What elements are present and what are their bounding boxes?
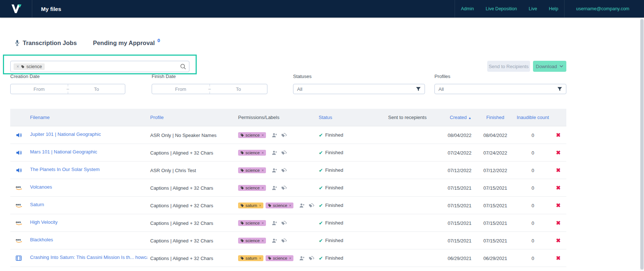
remove-label-icon[interactable]: × bbox=[259, 256, 261, 260]
remove-label-icon[interactable]: × bbox=[262, 133, 264, 137]
label-chip[interactable]: science× bbox=[238, 220, 266, 226]
download-button[interactable]: Download bbox=[533, 61, 566, 72]
created-date-cell: 07/12/2022 bbox=[448, 168, 471, 173]
tag-icon bbox=[240, 204, 244, 207]
filename-link[interactable]: Volcanoes bbox=[30, 184, 52, 190]
profile-cell: ASR Only | No Speaker Names bbox=[150, 133, 216, 138]
remove-label-icon[interactable]: × bbox=[289, 256, 291, 260]
creation-date-to-field[interactable]: To bbox=[68, 86, 125, 92]
send-to-recipients-button[interactable]: Send to Recipients bbox=[487, 61, 530, 72]
inaudible-count-cell: 0 bbox=[532, 168, 534, 173]
status-cell: Finished bbox=[325, 203, 343, 208]
header-finished[interactable]: Finished bbox=[475, 115, 515, 120]
profile-cell: Captions | Aligned + 32 Chars bbox=[150, 220, 213, 226]
label-chip[interactable]: science× bbox=[266, 255, 293, 261]
label-chip[interactable]: saturn× bbox=[238, 255, 263, 261]
filename-link[interactable]: Saturn bbox=[30, 202, 44, 207]
microphone-icon bbox=[15, 40, 20, 47]
label-chip[interactable]: saturn× bbox=[238, 203, 263, 208]
nav-link-live[interactable]: Live bbox=[529, 6, 537, 11]
label-chip[interactable]: science× bbox=[238, 132, 266, 138]
nav-link-live-deposition[interactable]: Live Deposition bbox=[486, 6, 517, 11]
label-chip[interactable]: science× bbox=[238, 150, 266, 156]
assign-user-icon[interactable] bbox=[272, 238, 277, 243]
creation-date-range-input[interactable]: From – To bbox=[10, 84, 125, 94]
search-icon[interactable] bbox=[180, 63, 186, 70]
labels-tags-icon[interactable] bbox=[308, 203, 314, 208]
delete-job-icon[interactable]: ✖ bbox=[556, 149, 561, 156]
statuses-select[interactable]: All bbox=[293, 84, 425, 94]
nav-link-help[interactable]: Help bbox=[549, 6, 558, 11]
remove-label-icon[interactable]: × bbox=[262, 151, 264, 155]
remove-label-icon[interactable]: × bbox=[262, 238, 264, 243]
remove-label-icon[interactable]: × bbox=[262, 221, 264, 225]
header-filename[interactable]: Filename bbox=[27, 115, 147, 120]
svg-text:aws: aws bbox=[16, 220, 21, 224]
filename-link[interactable]: Crashing Into Saturn: This Cassini Missi… bbox=[30, 255, 147, 260]
filename-link[interactable]: High Velocity bbox=[30, 219, 58, 225]
labels-tags-icon[interactable] bbox=[281, 238, 287, 243]
remove-label-icon[interactable]: × bbox=[262, 186, 264, 190]
assign-user-icon[interactable] bbox=[272, 150, 277, 155]
delete-job-icon[interactable]: ✖ bbox=[556, 167, 561, 173]
label-chip[interactable]: science× bbox=[238, 167, 266, 173]
tab-pending-my-approval[interactable]: Pending my Approval 0 bbox=[93, 40, 160, 47]
permissions-labels-cell: science× bbox=[235, 220, 316, 226]
labels-tags-icon[interactable] bbox=[281, 185, 287, 190]
user-email-menu[interactable]: username@company.com bbox=[576, 6, 629, 11]
remove-label-icon[interactable]: × bbox=[259, 203, 261, 208]
tab-transcription-jobs[interactable]: Transcription Jobs bbox=[15, 40, 77, 47]
header-profile[interactable]: Profile bbox=[147, 115, 235, 120]
status-cell: Finished bbox=[325, 150, 343, 155]
filter-funnel-icon[interactable] bbox=[557, 86, 562, 92]
delete-job-icon[interactable]: ✖ bbox=[556, 255, 561, 261]
delete-job-icon[interactable]: ✖ bbox=[556, 132, 561, 138]
delete-job-icon[interactable]: ✖ bbox=[556, 220, 561, 226]
assign-user-icon[interactable] bbox=[272, 185, 277, 190]
status-cell: Finished bbox=[325, 185, 343, 190]
labels-tags-icon[interactable] bbox=[281, 150, 287, 155]
filename-link[interactable]: Blackholes bbox=[30, 237, 53, 242]
status-cell: Finished bbox=[325, 220, 343, 226]
remove-search-tag-icon[interactable]: × bbox=[16, 64, 19, 69]
labels-tags-icon[interactable] bbox=[281, 220, 287, 226]
finish-date-to-field[interactable]: To bbox=[210, 86, 267, 92]
creation-date-from-field[interactable]: From bbox=[11, 86, 68, 92]
finished-check-icon: ✔ bbox=[319, 220, 323, 226]
remove-label-icon[interactable]: × bbox=[262, 168, 264, 172]
finish-date-range-input[interactable]: From – To bbox=[152, 84, 267, 94]
labels-tags-icon[interactable] bbox=[281, 168, 287, 173]
search-tag-chip[interactable]: × science bbox=[14, 63, 45, 70]
filter-funnel-icon[interactable] bbox=[416, 86, 421, 92]
assign-user-icon[interactable] bbox=[272, 220, 277, 226]
filename-link[interactable]: The Planets In Our Solar System bbox=[30, 167, 100, 172]
profiles-select[interactable]: All bbox=[434, 84, 566, 94]
nav-link-admin[interactable]: Admin bbox=[461, 6, 474, 11]
assign-user-icon[interactable] bbox=[272, 168, 277, 173]
remove-label-icon[interactable]: × bbox=[289, 203, 291, 208]
svg-text:aws: aws bbox=[16, 238, 21, 241]
header-status[interactable]: Status bbox=[316, 115, 378, 120]
labels-tags-icon[interactable] bbox=[308, 256, 314, 261]
delete-job-icon[interactable]: ✖ bbox=[556, 185, 561, 191]
filename-link[interactable]: Jupiter 101 | National Geographic bbox=[30, 131, 101, 137]
assign-user-icon[interactable] bbox=[299, 256, 305, 261]
filename-link[interactable]: Mars 101 | National Geographic bbox=[30, 149, 97, 155]
header-created[interactable]: Created▲ bbox=[437, 115, 475, 120]
scrollbar-thumb[interactable] bbox=[640, 19, 644, 270]
label-chip[interactable]: science× bbox=[238, 185, 266, 191]
labels-tags-icon[interactable] bbox=[281, 133, 287, 138]
delete-job-icon[interactable]: ✖ bbox=[556, 202, 561, 208]
table-row: aws Saturn Captions | Aligned + 32 Chars… bbox=[10, 197, 566, 214]
finish-date-from-field[interactable]: From bbox=[152, 86, 210, 92]
label-chip[interactable]: science× bbox=[266, 203, 293, 208]
assign-user-icon[interactable] bbox=[272, 133, 277, 138]
assign-user-icon[interactable] bbox=[299, 203, 305, 208]
label-chip[interactable]: science× bbox=[238, 238, 266, 244]
delete-job-icon[interactable]: ✖ bbox=[556, 237, 561, 244]
search-input[interactable]: × science bbox=[10, 61, 189, 72]
nav-links: Admin Live Deposition Live Help username… bbox=[455, 0, 644, 18]
header-inaudible-count[interactable]: Inaudible count bbox=[515, 115, 550, 120]
brand-logo[interactable] bbox=[0, 0, 32, 18]
label-chip-text: science bbox=[273, 203, 287, 208]
